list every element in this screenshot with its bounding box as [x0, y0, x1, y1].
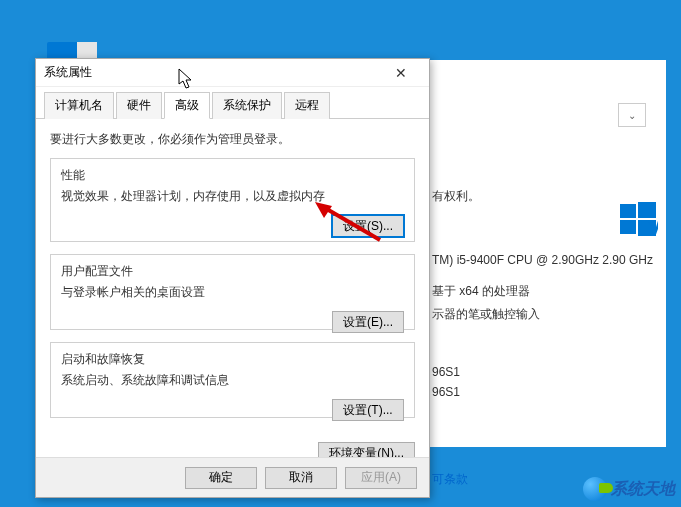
performance-groupbox: 性能 视觉效果，处理器计划，内存使用，以及虚拟内存 设置(S)... — [50, 158, 415, 242]
dialog-content: 要进行大多数更改，你必须作为管理员登录。 性能 视觉效果，处理器计划，内存使用，… — [36, 119, 429, 442]
tab-strip: 计算机名 硬件 高级 系统保护 远程 — [36, 87, 429, 119]
startup-groupbox: 启动和故障恢复 系统启动、系统故障和调试信息 设置(T)... — [50, 342, 415, 418]
chevron-down-icon: ⌄ — [628, 110, 636, 121]
close-button[interactable]: ✕ — [381, 61, 421, 85]
intro-text: 要进行大多数更改，你必须作为管理员登录。 — [50, 131, 415, 148]
globe-icon — [583, 477, 607, 501]
tab-hardware[interactable]: 硬件 — [116, 92, 162, 119]
apply-button[interactable]: 应用(A) — [345, 467, 417, 489]
dialog-title: 系统属性 — [44, 64, 92, 81]
bg-code1: 96S1 — [432, 365, 654, 379]
startup-settings-button[interactable]: 设置(T)... — [332, 399, 404, 421]
bg-pen-text: 示器的笔或触控输入 — [432, 306, 654, 323]
userprofile-groupbox: 用户配置文件 与登录帐户相关的桌面设置 设置(E)... — [50, 254, 415, 330]
ok-button[interactable]: 确定 — [185, 467, 257, 489]
svg-text:V: V — [648, 216, 658, 238]
startup-title: 启动和故障恢复 — [61, 351, 404, 368]
windows-logo-icon: V — [618, 200, 658, 240]
performance-settings-button[interactable]: 设置(S)... — [332, 215, 404, 237]
userprofile-desc: 与登录帐户相关的桌面设置 — [61, 284, 404, 301]
watermark-text: 系统天地 — [611, 479, 675, 500]
background-settings-panel: ⌄ V 有权利。 TM) i5-9400F CPU @ 2.90GHz 2.90… — [420, 60, 666, 447]
cancel-button[interactable]: 取消 — [265, 467, 337, 489]
system-properties-dialog: 系统属性 ✕ 计算机名 硬件 高级 系统保护 远程 要进行大多数更改，你必须作为… — [35, 58, 430, 498]
bg-code2: 96S1 — [432, 385, 654, 399]
tab-computer-name[interactable]: 计算机名 — [44, 92, 114, 119]
userprofile-title: 用户配置文件 — [61, 263, 404, 280]
svg-rect-2 — [620, 220, 636, 234]
performance-title: 性能 — [61, 167, 404, 184]
dialog-button-bar: 确定 取消 应用(A) — [36, 457, 429, 497]
performance-desc: 视觉效果，处理器计划，内存使用，以及虚拟内存 — [61, 188, 404, 205]
tab-system-protection[interactable]: 系统保护 — [212, 92, 282, 119]
watermark: 系统天地 — [583, 477, 675, 501]
userprofile-settings-button[interactable]: 设置(E)... — [332, 311, 404, 333]
bg-cpu-text: TM) i5-9400F CPU @ 2.90GHz 2.90 GHz — [432, 253, 654, 267]
background-dropdown[interactable]: ⌄ — [618, 103, 646, 127]
dialog-titlebar: 系统属性 ✕ — [36, 59, 429, 87]
tab-remote[interactable]: 远程 — [284, 92, 330, 119]
tab-advanced[interactable]: 高级 — [164, 92, 210, 119]
startup-desc: 系统启动、系统故障和调试信息 — [61, 372, 404, 389]
close-icon: ✕ — [395, 65, 407, 81]
bg-arch-text: 基于 x64 的处理器 — [432, 283, 654, 300]
svg-rect-0 — [620, 204, 636, 218]
